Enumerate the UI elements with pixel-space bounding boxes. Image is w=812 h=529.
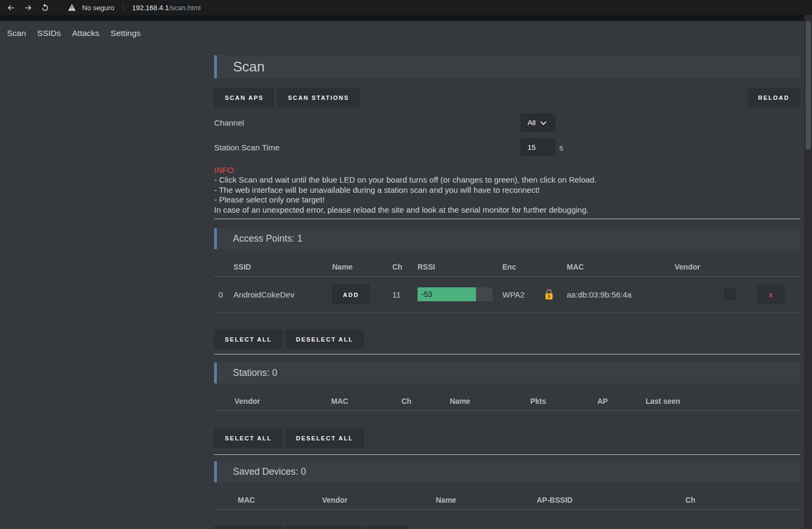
ap-encryption: WPA2 xyxy=(502,290,524,299)
info-line: - Click Scan and wait until the blue LED… xyxy=(214,175,800,185)
nav-item-settings[interactable]: Settings xyxy=(111,28,141,38)
ap-channel: 11 xyxy=(392,290,401,299)
divider xyxy=(214,219,800,219)
info-heading: INFO: xyxy=(214,165,800,175)
stations-deselect-all-button[interactable]: DESELECT ALL xyxy=(285,429,364,448)
col-mac: MAC xyxy=(567,263,584,271)
channel-select[interactable]: All xyxy=(521,113,555,132)
info-block: INFO: - Click Scan and wait until the bl… xyxy=(214,165,800,215)
col-rssi: RSSI xyxy=(418,263,435,271)
col-name: Name xyxy=(436,496,456,504)
chrome-divider xyxy=(123,3,123,12)
col-ap-bssid: AP-BSSID xyxy=(537,496,573,504)
page-title: Scan xyxy=(214,55,800,78)
rssi-bar: -53 xyxy=(418,287,493,301)
scan-aps-button[interactable]: SCAN APS xyxy=(214,88,274,107)
warning-triangle-icon xyxy=(65,2,78,13)
lock-icon xyxy=(544,288,554,300)
divider xyxy=(214,354,800,354)
nav-item-scan[interactable]: Scan xyxy=(7,28,26,38)
forward-icon[interactable] xyxy=(21,2,34,13)
site-security-info[interactable]: No seguro xyxy=(65,2,114,13)
saved-deselect-all-button[interactable]: DESELECT ALL xyxy=(285,526,364,529)
spacer xyxy=(363,88,745,107)
stations-title: Stations: 0 xyxy=(214,363,800,383)
col-vendor: Vendor xyxy=(675,263,700,271)
chevron-down-icon xyxy=(540,119,546,127)
col-name: Name xyxy=(332,263,353,271)
col-name: Name xyxy=(450,397,470,405)
info-line: - The web interface will be unavailable … xyxy=(214,185,800,195)
access-points-title-text: Access Points: 1 xyxy=(233,233,302,244)
scrollbar-track[interactable] xyxy=(804,15,812,529)
info-line: In case of an unexpected error, please r… xyxy=(214,205,800,215)
stations-select-all-button[interactable]: SELECT ALL xyxy=(214,429,282,448)
col-mac: MAC xyxy=(238,496,255,504)
access-points-title: Access Points: 1 xyxy=(214,228,800,249)
remove-ap-button[interactable]: x xyxy=(757,285,785,305)
saved-select-all-button[interactable]: SELECT ALL xyxy=(214,526,282,529)
ap-ssid: AndroidCokeDev xyxy=(233,290,294,299)
divider xyxy=(214,454,800,455)
col-ch: Ch xyxy=(685,496,696,504)
aps-deselect-all-button[interactable]: DESELECT ALL xyxy=(285,330,364,349)
reload-button[interactable]: RELOAD xyxy=(748,88,800,107)
reload-icon[interactable] xyxy=(39,2,52,13)
scan-stations-button[interactable]: SCAN STATIONS xyxy=(277,88,360,107)
ap-index: 0 xyxy=(218,290,223,299)
col-vendor: Vendor xyxy=(235,397,260,405)
ap-mac: aa:db:03:9b:56:4a xyxy=(567,290,632,299)
col-pkts: Pkts xyxy=(530,397,546,405)
stations-table-header: Vendor MAC Ch Name Pkts AP Last seen xyxy=(214,391,800,411)
scrollbar-thumb[interactable] xyxy=(806,21,811,150)
col-vendor: Vendor xyxy=(322,496,347,504)
col-ap: AP xyxy=(597,397,608,405)
col-ch: Ch xyxy=(392,263,403,271)
saved-save-button[interactable]: SAVE xyxy=(367,526,408,529)
station-scan-time-input[interactable] xyxy=(521,138,555,156)
seconds-unit: s xyxy=(559,143,564,152)
saved-devices-title: Saved Devices: 0 xyxy=(214,461,800,482)
url-host: 192.168.4.1 xyxy=(132,4,169,12)
url-path: /scan.html xyxy=(169,4,201,12)
security-label: No seguro xyxy=(82,4,114,12)
channel-select-value: All xyxy=(528,119,536,127)
nav-item-attacks[interactable]: Attacks xyxy=(72,28,99,38)
table-row: 0 AndroidCokeDev ADD 11 -53 WPA2 aa:db:0… xyxy=(214,277,800,313)
col-enc: Enc xyxy=(502,263,516,271)
saved-devices-title-text: Saved Devices: 0 xyxy=(233,466,306,477)
main-nav: Scan SSIDs Attacks Settings xyxy=(0,21,812,46)
stations-title-text: Stations: 0 xyxy=(233,367,277,379)
col-last-seen: Last seen xyxy=(646,397,681,405)
url-bar[interactable]: 192.168.4.1/scan.html xyxy=(132,4,201,12)
nav-item-ssids[interactable]: SSIDs xyxy=(37,28,61,38)
info-line: - Please select only one target! xyxy=(214,195,800,205)
channel-label: Channel xyxy=(214,118,244,127)
add-button[interactable]: ADD xyxy=(332,285,370,305)
bookmarks-bar xyxy=(0,15,812,21)
aps-select-all-button[interactable]: SELECT ALL xyxy=(214,330,282,349)
browser-toolbar: No seguro 192.168.4.1/scan.html xyxy=(0,0,812,15)
access-points-table-header: SSID Name Ch RSSI Enc MAC Vendor xyxy=(214,257,800,277)
page-title-text: Scan xyxy=(233,59,265,75)
rssi-fill: -53 xyxy=(418,287,476,301)
rssi-value: -53 xyxy=(418,290,432,299)
back-icon[interactable] xyxy=(4,2,17,13)
col-ssid: SSID xyxy=(233,263,251,271)
col-ch: Ch xyxy=(401,397,412,405)
saved-devices-table-header: MAC Vendor Name AP-BSSID Ch xyxy=(214,490,800,510)
station-scan-time-label: Station Scan Time xyxy=(214,143,280,152)
ap-select-checkbox[interactable] xyxy=(723,288,736,301)
col-mac: MAC xyxy=(331,397,348,405)
